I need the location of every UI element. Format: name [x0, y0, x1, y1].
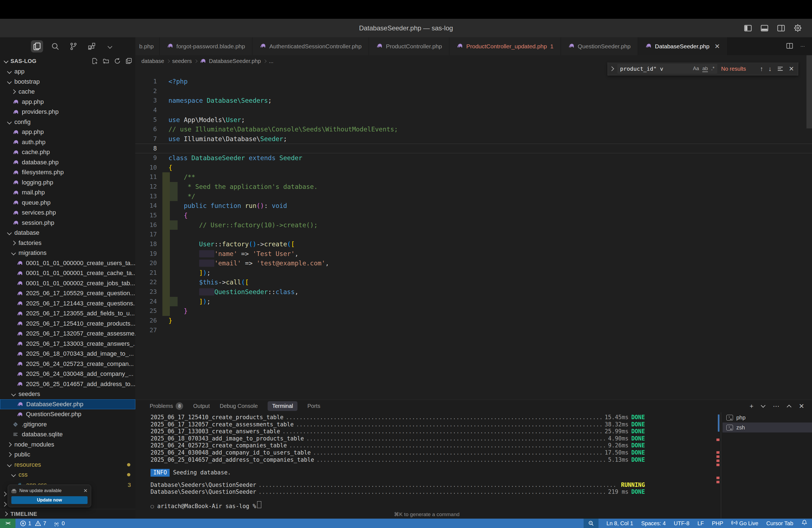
new-folder-icon[interactable]	[103, 58, 110, 64]
tree-file-queue.php[interactable]: queue.php	[0, 198, 135, 208]
regex-icon[interactable]: .*	[711, 66, 714, 72]
tab-databaseseeder.php[interactable]: DatabaseSeeder.php✕	[638, 37, 727, 55]
tree-file-database.php[interactable]: database.php	[0, 157, 135, 167]
explorer-icon[interactable]	[31, 40, 43, 53]
status-ln-8-col-1[interactable]: Ln 8, Col 1	[607, 520, 633, 527]
tree-file-cache.php[interactable]: cache.php	[0, 147, 135, 157]
tree-file-app.php[interactable]: app.php	[0, 97, 135, 107]
tree-file-databaseseeder.php[interactable]: DatabaseSeeder.php	[0, 399, 135, 410]
tree-folder-css[interactable]: css	[0, 470, 135, 480]
problems-status[interactable]: 1 7	[20, 520, 46, 527]
code-editor[interactable]: 1<?php23namespace Database\Seeders;45use…	[135, 67, 812, 400]
breadcrumb-item[interactable]: DatabaseSeeder.php	[209, 58, 261, 64]
timeline-section[interactable]: TIMELINE	[0, 509, 135, 518]
tree-folder-app[interactable]: app	[0, 67, 135, 77]
tab-productcontroller-updated.php[interactable]: ProductController_updated.php1	[449, 37, 561, 55]
settings-gear-icon[interactable]	[794, 24, 802, 32]
toggle-replace-icon[interactable]	[610, 67, 614, 71]
tree-file-2025-06-17-105529-create-question...[interactable]: 2025_06_17_105529_create_question...	[0, 288, 135, 298]
split-editor-icon[interactable]	[786, 42, 793, 50]
update-now-button[interactable]: Update now	[11, 496, 88, 504]
tree-file-app.php[interactable]: app.php	[0, 127, 135, 137]
tree-file-2025-06-18-070343-add-image-to-...[interactable]: 2025_06_18_070343_add_image_to_...	[0, 349, 135, 359]
tree-folder-database[interactable]: database	[0, 228, 135, 238]
refresh-icon[interactable]	[114, 58, 121, 64]
status-php[interactable]: PHP	[712, 520, 723, 527]
find-input[interactable]: product_id" v Aa ab .*	[617, 64, 717, 74]
close-icon[interactable]: ✕	[714, 43, 720, 50]
status-utf-8[interactable]: UTF-8	[673, 520, 690, 527]
status-spaces-4[interactable]: Spaces: 4	[641, 520, 666, 527]
terminal-instance-php[interactable]: php	[723, 413, 812, 423]
more-actions-icon[interactable]: ⋯	[800, 44, 805, 49]
tree-file-filesystems.php[interactable]: filesystems.php	[0, 167, 135, 178]
close-icon[interactable]: ✕	[789, 65, 794, 73]
tree-file-2025-06-24-030048-add-company-...[interactable]: 2025_06_24_030048_add_company_...	[0, 369, 135, 379]
panel-tab-terminal[interactable]: Terminal	[267, 401, 298, 411]
terminal-dropdown-icon[interactable]	[760, 403, 765, 408]
tree-file-2025-06-24-025723-create-compan...[interactable]: 2025_06_24_025723_create_compan...	[0, 359, 135, 369]
terminal-instance-zsh[interactable]: zsh	[723, 423, 812, 432]
tree-folder-node-modules[interactable]: node_modules	[0, 440, 135, 450]
tree-file-2025-06-17-121443-create-questions...[interactable]: 2025_06_17_121443_create_questions...	[0, 298, 135, 309]
find-in-selection-icon[interactable]	[777, 65, 784, 72]
layout-sidebar-right-icon[interactable]	[777, 24, 785, 32]
tree-file-providers.php[interactable]: providers.php	[0, 107, 135, 117]
match-case-icon[interactable]: Aa	[693, 66, 699, 72]
tree-file-database.sqlite[interactable]: database.sqlite	[0, 429, 135, 440]
tree-file-auth.php[interactable]: auth.php	[0, 137, 135, 147]
bell-icon[interactable]	[801, 519, 808, 527]
arrow-up-icon[interactable]: ↑	[760, 65, 764, 73]
close-icon[interactable]: ✕	[83, 488, 88, 494]
tree-file-session.php[interactable]: session.php	[0, 218, 135, 228]
status-cursor-tab[interactable]: Cursor Tab	[766, 520, 793, 527]
tree-file-questionseeder.php[interactable]: QuestionSeeder.php	[0, 409, 135, 420]
tree-file-0001-01-01-000001-create-cache-ta...[interactable]: 0001_01_01_000001_create_cache_ta...	[0, 268, 135, 278]
tree-file-0001-01-01-000000-create-users-ta...[interactable]: 0001_01_01_000000_create_users_ta...	[0, 258, 135, 268]
panel-tab-debug-console[interactable]: Debug Console	[220, 403, 258, 409]
maximize-panel-icon[interactable]	[787, 405, 791, 409]
new-terminal-icon[interactable]: +	[750, 402, 753, 410]
terminal-output[interactable]: 2025_06_17_125410_create_products_table.…	[150, 414, 645, 509]
chevron-down-icon[interactable]	[104, 40, 116, 53]
breadcrumb-item[interactable]: database	[141, 58, 164, 64]
tree-file-logging.php[interactable]: logging.php	[0, 178, 135, 188]
tree-folder-cache[interactable]: cache	[0, 87, 135, 97]
tree-folder-migrations[interactable]: migrations	[0, 248, 135, 258]
panel-tab-problems[interactable]: Problems8	[150, 402, 183, 410]
collapsed-section-chevron-icon[interactable]	[2, 502, 7, 507]
tab-productcontroller.php[interactable]: ProductController.php	[369, 37, 449, 55]
tree-file-2025-06-25-014657-add-address-to...[interactable]: 2025_06_25_014657_add_address_to...	[0, 379, 135, 390]
tree-folder-config[interactable]: config	[0, 117, 135, 127]
tree-file-services.php[interactable]: services.php	[0, 208, 135, 218]
remote-indicator[interactable]: ><	[0, 518, 15, 528]
tree-folder-factories[interactable]: factories	[0, 238, 135, 248]
explorer-header[interactable]: SAS-LOG	[0, 56, 135, 67]
more-actions-icon[interactable]: ⋯	[773, 402, 779, 410]
layout-sidebar-left-icon[interactable]	[744, 24, 752, 32]
search-icon[interactable]	[49, 40, 61, 53]
status-go-live[interactable]: Go Live	[731, 520, 758, 527]
extensions-icon[interactable]	[86, 40, 98, 53]
collapsed-section-chevron-icon[interactable]	[2, 492, 7, 497]
panel-tab-ports[interactable]: Ports	[307, 403, 320, 409]
tree-file-0001-01-01-000002-create-jobs-tab...[interactable]: 0001_01_01_000002_create_jobs_tab...	[0, 278, 135, 289]
terminal-scrollbar[interactable]	[718, 414, 720, 431]
tab-questionseeder.php[interactable]: QuestionSeeder.php	[561, 37, 638, 55]
tree-file-.gitignore[interactable]: .gitignore	[0, 420, 135, 430]
tree-file-2025-06-17-123055-add-fields-to-u...[interactable]: 2025_06_17_123055_add_fields_to_u...	[0, 308, 135, 319]
panel-tab-output[interactable]: Output	[193, 403, 209, 409]
tree-folder-bootstrap[interactable]: bootstrap	[0, 77, 135, 87]
tree-file-2025-06-17-125410-create-products...[interactable]: 2025_06_17_125410_create_products...	[0, 319, 135, 329]
tab-b.php[interactable]: b.php	[135, 37, 160, 55]
collapse-all-icon[interactable]	[126, 58, 132, 64]
tree-folder-seeders[interactable]: seeders	[0, 389, 135, 399]
ports-status[interactable]: 0	[53, 520, 64, 527]
tab-forgot-password.blade.php[interactable]: forgot-password.blade.php	[160, 37, 253, 55]
tree-folder-public[interactable]: public	[0, 450, 135, 460]
breadcrumb-item[interactable]: ...	[269, 58, 273, 64]
tree-file-mail.php[interactable]: mail.php	[0, 188, 135, 198]
tree-folder-resources[interactable]: resources	[0, 460, 135, 470]
breadcrumb-item[interactable]: seeders	[172, 58, 192, 64]
close-icon[interactable]: ✕	[799, 402, 804, 410]
